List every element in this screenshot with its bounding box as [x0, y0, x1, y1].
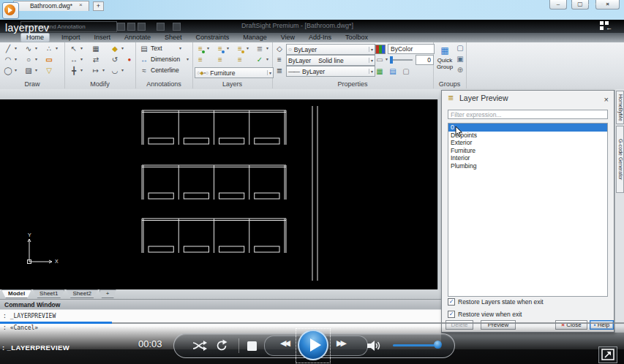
- dimension-tool-icon[interactable]: ↔: [139, 55, 149, 64]
- weld-tool-icon[interactable]: ●: [124, 55, 135, 64]
- chevron-down-icon[interactable]: ▾: [54, 44, 59, 53]
- fast-forward-button[interactable]: ▶▶: [337, 338, 345, 348]
- layer-item-defpoints[interactable]: Defpoints: [448, 132, 607, 140]
- offset-tool-icon[interactable]: ↦: [91, 66, 101, 75]
- line-tool-icon[interactable]: ╱: [3, 44, 13, 53]
- menu-tab-import[interactable]: Import: [59, 34, 83, 42]
- spline-tool-icon[interactable]: ∿: [23, 44, 34, 53]
- line-weight-selector[interactable]: —— ByLayer ▾: [286, 66, 375, 77]
- open-file-icon[interactable]: [127, 23, 135, 31]
- array-tool-icon[interactable]: ▦: [91, 44, 101, 53]
- ribbon-option-icon-3[interactable]: ▫: [594, 1, 596, 7]
- undo-icon[interactable]: [157, 23, 165, 31]
- lineweight-icon[interactable]: ≣: [274, 66, 285, 75]
- ribbon-options-icons[interactable]: ?▾–▫×: [571, 1, 604, 7]
- pattern-tool-icon[interactable]: ╋: [69, 66, 79, 75]
- properties-doc-icon[interactable]: ▢: [401, 67, 411, 76]
- chevron-down-icon[interactable]: ▾: [79, 55, 84, 64]
- layer-item-exterior[interactable]: Exterior: [448, 139, 607, 147]
- player-replay-button[interactable]: [2, 2, 19, 19]
- chevron-down-icon[interactable]: ▾: [178, 44, 183, 53]
- new-sheet-button[interactable]: +: [99, 289, 116, 298]
- layer-item-furniture[interactable]: Furniture: [448, 147, 607, 155]
- circle-tool-icon[interactable]: ◯: [3, 66, 13, 75]
- sidebar-tab-gcode-generator[interactable]: G-code Generator: [616, 126, 624, 193]
- chevron-down-icon[interactable]: ▾: [206, 44, 211, 53]
- shuffle-icon[interactable]: [192, 340, 208, 352]
- chevron-down-icon[interactable]: ▾: [34, 55, 39, 64]
- point-tool-icon[interactable]: ∴: [44, 44, 54, 53]
- layer-hide-icon[interactable]: ≡: [195, 55, 206, 64]
- rectangle-tool-icon[interactable]: ▭: [44, 55, 54, 64]
- seek-bar[interactable]: [0, 322, 624, 324]
- filter-expression-input[interactable]: [448, 110, 608, 119]
- transparency-value-field[interactable]: 0: [416, 55, 434, 65]
- chevron-down-icon[interactable]: ▾: [79, 44, 84, 53]
- chevron-down-icon[interactable]: ▾: [34, 66, 39, 75]
- chevron-down-icon[interactable]: ▾: [267, 70, 271, 75]
- hatch-tool-icon[interactable]: ▨: [23, 66, 34, 75]
- play-button[interactable]: [298, 330, 328, 360]
- layer-item-0[interactable]: 0: [448, 124, 607, 132]
- command-window-titlebar[interactable]: Command Window: [0, 299, 441, 309]
- menu-tab-view[interactable]: View: [279, 34, 297, 42]
- volume-slider-knob[interactable]: [434, 341, 442, 349]
- menu-tab-constraints[interactable]: Constraints: [194, 34, 232, 42]
- chevron-down-icon[interactable]: ▾: [265, 44, 270, 53]
- properties-panel-icon[interactable]: ▤: [388, 67, 398, 76]
- centerline-tool-icon[interactable]: ≈: [139, 66, 149, 75]
- new-tab-button[interactable]: +: [93, 1, 104, 11]
- layer-item-plumbing[interactable]: Plumbing: [448, 162, 607, 170]
- loop-icon[interactable]: [215, 339, 228, 352]
- chevron-down-icon[interactable]: ▾: [185, 55, 190, 64]
- ribbon-option-icon-4[interactable]: ×: [601, 1, 604, 7]
- chevron-down-icon[interactable]: ▾: [101, 66, 106, 75]
- centerline-button[interactable]: Centerline: [151, 66, 179, 75]
- restore-layers-checkbox[interactable]: ✓ Restore Layers state when exit: [448, 298, 544, 306]
- volume-slider[interactable]: [393, 344, 439, 346]
- stop-button[interactable]: [247, 341, 257, 351]
- ribbon-option-icon-1[interactable]: ▾: [579, 1, 582, 7]
- chevron-down-icon[interactable]: ▾: [265, 55, 270, 64]
- document-tab-bathroom[interactable]: Bathroom.dwg*: [13, 1, 89, 11]
- line-color-selector[interactable]: ○ ByLayer ▾: [286, 44, 375, 55]
- mirror-tool-icon[interactable]: ⇄: [91, 55, 101, 64]
- checkbox-check-icon[interactable]: ✓: [448, 298, 455, 306]
- ribbon-option-icon-0[interactable]: ?: [571, 1, 574, 7]
- text-button[interactable]: Text: [151, 44, 162, 53]
- chevron-down-icon[interactable]: ▾: [225, 44, 230, 53]
- sheet-tab-sheet1[interactable]: Sheet1: [33, 289, 64, 298]
- polygon-tool-icon[interactable]: ▽: [44, 66, 54, 75]
- fullscreen-button[interactable]: [598, 346, 617, 363]
- line-style-selector[interactable]: ByLayer Solid line ▾: [286, 55, 375, 66]
- layer-list[interactable]: 0DefpointsExteriorFurnitureInteriorPlumb…: [448, 123, 608, 297]
- move-tool-icon[interactable]: ↖: [69, 44, 79, 53]
- layer-selector[interactable]: ○ ◆ ▪ ○ Furniture ▾: [195, 67, 274, 78]
- layer-show-icon[interactable]: ≡: [215, 55, 225, 64]
- menu-tab-annotate[interactable]: Annotate: [122, 34, 153, 42]
- color-mode-field[interactable]: ByColor: [388, 44, 435, 54]
- quick-group-button[interactable]: ▦ Quick Group: [435, 43, 455, 77]
- chevron-down-icon[interactable]: ▾: [13, 55, 18, 64]
- sidebar-tab-homebyme[interactable]: HomeByMe: [616, 91, 624, 124]
- restore-view-checkbox[interactable]: ✓ Restore view when exit: [448, 311, 522, 318]
- sheet-tab-model[interactable]: Model: [1, 289, 31, 298]
- transparency-slider-track[interactable]: [391, 59, 413, 61]
- menu-tab-toolbox[interactable]: Toolbox: [343, 34, 370, 42]
- checkbox-check-icon[interactable]: ✓: [448, 311, 455, 318]
- layer-check-icon[interactable]: ✓: [255, 55, 265, 64]
- chevron-down-icon[interactable]: ▾: [34, 44, 39, 53]
- menu-tab-sheet[interactable]: Sheet: [162, 34, 184, 42]
- stretch-tool-icon[interactable]: ↔: [69, 55, 79, 64]
- chevron-down-icon[interactable]: ▾: [13, 66, 18, 75]
- chevron-down-icon[interactable]: ▾: [79, 66, 84, 75]
- chevron-down-icon[interactable]: ▾: [13, 44, 18, 53]
- group-new-icon[interactable]: ▢: [455, 43, 465, 53]
- ellipse-tool-icon[interactable]: ○: [23, 55, 34, 64]
- save-file-icon[interactable]: [138, 23, 146, 31]
- text-tool-icon[interactable]: ▤: [139, 44, 149, 53]
- sheet-tab-sheet2[interactable]: Sheet2: [66, 289, 97, 298]
- chevron-down-icon[interactable]: ▾: [120, 66, 125, 75]
- rewind-button[interactable]: ◀◀: [280, 338, 288, 348]
- linestyle-icon[interactable]: ≡: [274, 55, 285, 64]
